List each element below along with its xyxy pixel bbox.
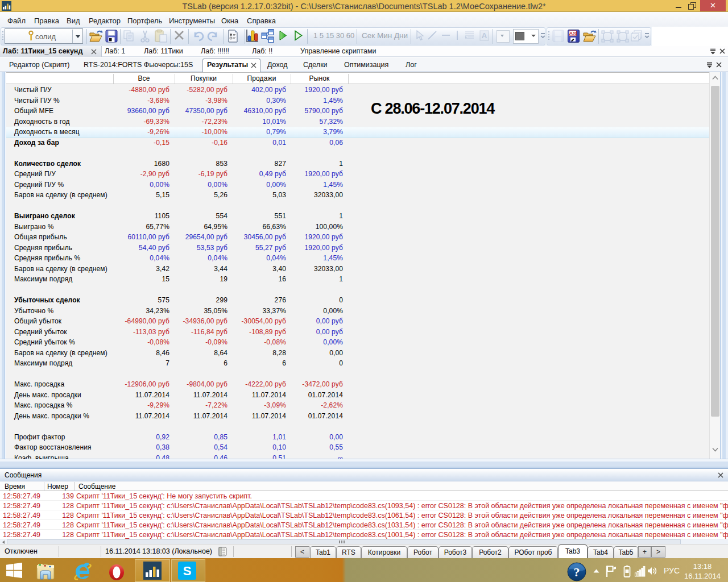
svg-text:A: A [482,31,487,40]
svg-text:S: S [183,564,192,578]
svg-text:AS: AS [569,30,576,36]
svg-text:?: ? [574,565,580,579]
